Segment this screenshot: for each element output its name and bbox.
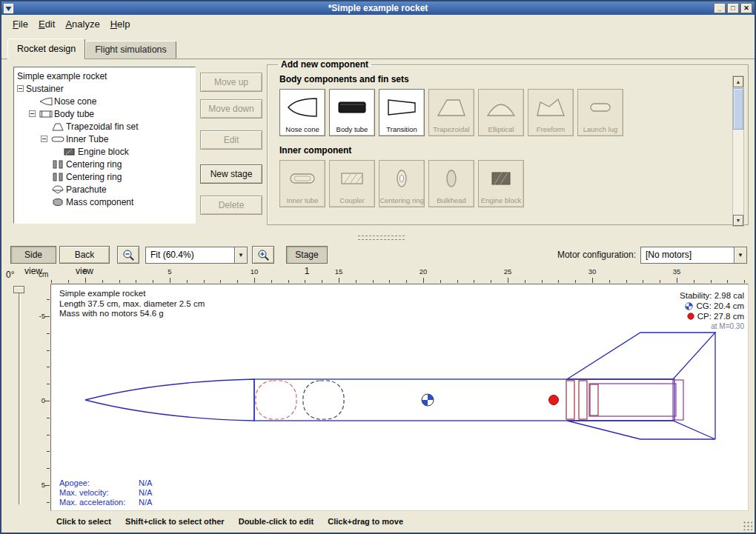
stage-1-toggle[interactable]: Stage 1 xyxy=(286,246,328,264)
window-title: *Simple example rocket xyxy=(1,1,755,15)
max-acceleration-value: N/A xyxy=(139,498,152,507)
menu-file[interactable]: File xyxy=(7,16,33,32)
stability-value: Stability: 2.98 cal xyxy=(680,290,744,301)
coupler-icon xyxy=(330,161,374,197)
fin-set-icon xyxy=(50,122,66,131)
rotation-slider[interactable] xyxy=(19,287,21,505)
inner-tube-icon xyxy=(280,161,325,197)
splitter-grip-icon xyxy=(357,235,405,237)
view-toolbar: Side view Back view Fit (60.4%) ▼ Stage … xyxy=(1,243,755,267)
inner-tube-icon xyxy=(50,135,66,144)
delete-button: Delete xyxy=(200,196,262,215)
panel-splitter[interactable] xyxy=(1,233,755,243)
title-bar[interactable]: *Simple example rocket _ □ ✕ xyxy=(1,1,755,15)
trapezoidal-fin-icon xyxy=(429,90,474,126)
zoom-level-select[interactable]: Fit (60.4%) ▼ xyxy=(145,247,248,264)
motor-configuration-label: Motor configuration: xyxy=(557,250,636,260)
collapse-handle-icon[interactable] xyxy=(17,85,24,92)
scrollbar-thumb[interactable] xyxy=(733,88,743,130)
cg-value: CG: 20.4 cm xyxy=(696,301,744,311)
menu-analyze[interactable]: Analyze xyxy=(60,16,105,32)
ruler-unit-label: cm xyxy=(39,270,48,278)
chevron-down-icon[interactable]: ▼ xyxy=(234,247,247,263)
design-panel: Simple example rocket Sustainer Nose con… xyxy=(1,59,755,233)
component-panel-scrollbar[interactable]: ▲ ▼ xyxy=(732,76,744,227)
cp-icon xyxy=(687,313,694,320)
centering-ring-icon xyxy=(50,173,66,181)
status-hints: Click to select Shift+click to select ot… xyxy=(56,517,415,526)
body-components-group-label: Body components and fin sets xyxy=(279,74,748,84)
tab-bar: Rocket design Flight simulations xyxy=(1,33,755,59)
max-velocity-value: N/A xyxy=(139,488,152,497)
tree-item-centering-ring-1[interactable]: Centering ring xyxy=(14,158,195,170)
add-coupler-button: Coupler xyxy=(329,160,375,207)
freeform-fin-icon xyxy=(528,90,573,126)
main-window: *Simple example rocket _ □ ✕ File Edit A… xyxy=(0,0,756,534)
tree-item-mass-component[interactable]: Mass component xyxy=(14,196,195,208)
rotation-angle-label: 0° xyxy=(6,270,14,280)
scroll-up-icon[interactable]: ▲ xyxy=(733,76,743,87)
tab-flight-simulations[interactable]: Flight simulations xyxy=(85,41,176,59)
add-elliptical-fin-button: Elliptical xyxy=(478,89,524,136)
mass-component-icon xyxy=(50,198,66,207)
new-stage-button[interactable]: New stage xyxy=(200,164,262,184)
tree-item-fin-set[interactable]: Trapezoidal fin set xyxy=(14,120,195,133)
collapse-handle-icon[interactable] xyxy=(41,136,47,142)
zoom-out-button[interactable] xyxy=(117,246,139,264)
resize-grip-icon[interactable] xyxy=(743,521,752,530)
add-centering-ring-button: Centering ring xyxy=(379,160,425,207)
add-freeform-fin-button: Freeform xyxy=(528,89,574,136)
minimize-button[interactable]: _ xyxy=(714,3,726,13)
launch-lug-icon xyxy=(578,90,623,126)
add-nose-cone-button[interactable]: Nose cone xyxy=(279,89,325,136)
rocket-view: 0° cm 05101520253035 -505 xyxy=(1,267,755,513)
chevron-down-icon[interactable]: ▼ xyxy=(734,247,746,263)
add-body-tube-button[interactable]: Body tube xyxy=(329,89,375,136)
centering-ring-icon xyxy=(50,160,66,169)
add-new-component-title: Add new component xyxy=(278,59,371,70)
menu-edit[interactable]: Edit xyxy=(33,16,60,32)
tree-item-sustainer[interactable]: Sustainer xyxy=(14,82,195,95)
status-bar: Click to select Shift+click to select ot… xyxy=(1,513,755,533)
add-transition-button[interactable]: Transition xyxy=(379,89,425,136)
add-bulkhead-button: Bulkhead xyxy=(428,160,474,207)
magnifier-minus-icon xyxy=(122,249,135,261)
elliptical-fin-icon xyxy=(479,90,523,126)
rocket-info: Simple example rocket Length 37.5 cm, ma… xyxy=(59,289,205,319)
tree-item-rocket[interactable]: Simple example rocket xyxy=(14,70,195,82)
tree-item-body-tube[interactable]: Body tube xyxy=(14,107,195,120)
stability-info: Stability: 2.98 cal CG: 20.4 cm CP: 27.8… xyxy=(680,290,744,332)
maximize-button[interactable]: □ xyxy=(727,3,739,13)
vertical-ruler: -505 xyxy=(36,284,50,512)
flight-stats: Apogee:N/A Max. velocity:N/A Max. accele… xyxy=(59,478,152,507)
cg-icon xyxy=(685,302,693,310)
rocket-dimensions: Length 37.5 cm, max. diameter 2.5 cm xyxy=(59,299,205,310)
cp-value: CP: 27.8 cm xyxy=(697,311,744,321)
add-new-component-panel: Add new component Body components and fi… xyxy=(267,59,749,225)
inner-component-group-label: Inner component xyxy=(279,145,748,156)
centering-ring-icon xyxy=(379,161,424,197)
tree-item-nose-cone[interactable]: Nose cone xyxy=(14,95,195,107)
zoom-in-button[interactable] xyxy=(252,246,274,264)
side-view-toggle[interactable]: Side view xyxy=(10,246,56,264)
tree-item-centering-ring-2[interactable]: Centering ring xyxy=(14,170,195,183)
menu-help[interactable]: Help xyxy=(105,16,136,32)
tab-rocket-design[interactable]: Rocket design xyxy=(7,39,85,59)
tree-item-parachute[interactable]: Parachute xyxy=(14,183,195,196)
rotation-slider-handle[interactable] xyxy=(13,286,24,293)
tree-item-inner-tube[interactable]: Inner Tube xyxy=(14,133,195,145)
body-tube-icon xyxy=(38,110,54,119)
rocket-mass: Mass with no motors 54.6 g xyxy=(59,309,205,319)
collapse-handle-icon[interactable] xyxy=(29,110,36,117)
bulkhead-icon xyxy=(429,161,474,197)
menu-bar: File Edit Analyze Help xyxy=(1,15,755,33)
component-tree[interactable]: Simple example rocket Sustainer Nose con… xyxy=(13,67,196,224)
scroll-down-icon[interactable]: ▼ xyxy=(733,215,743,226)
parachute-icon xyxy=(50,185,66,194)
motor-configuration-select[interactable]: [No motors] ▼ xyxy=(640,247,747,264)
inner-components-row: Inner tube Coupler Centering ring Bulkhe… xyxy=(279,160,748,207)
close-button[interactable]: ✕ xyxy=(740,3,752,13)
engine-block-icon xyxy=(62,147,78,156)
back-view-toggle[interactable]: Back view xyxy=(59,246,110,264)
tree-item-engine-block[interactable]: Engine block xyxy=(14,145,195,158)
